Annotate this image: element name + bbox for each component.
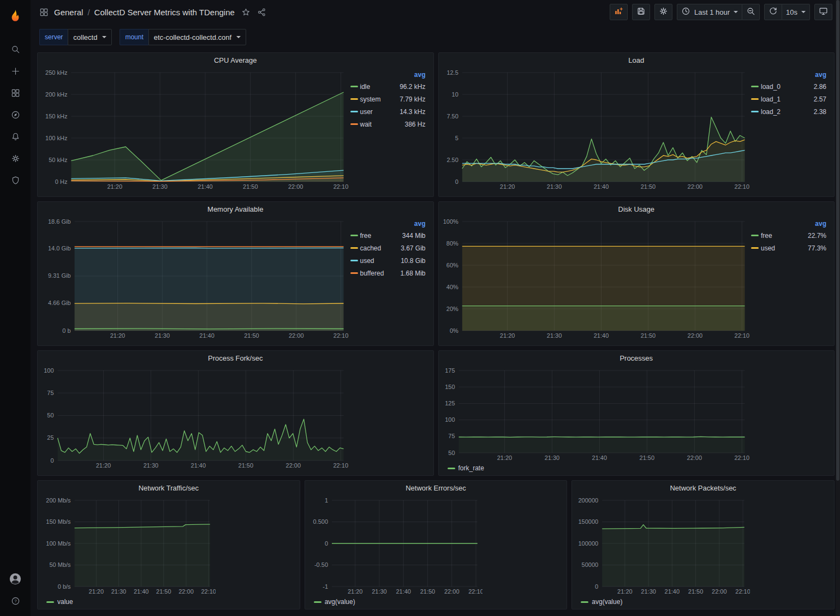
chart[interactable]: 0%20%40%60%80%100%21:2021:3021:4021:5022…: [442, 216, 750, 340]
legend-series-name[interactable]: load_0: [761, 83, 814, 91]
save-dashboard-button[interactable]: [632, 4, 650, 20]
variable-mount-dropdown[interactable]: etc-collectd-collectd.conf: [148, 29, 246, 45]
panel-header[interactable]: Processes: [439, 351, 835, 365]
help-icon[interactable]: ?: [4, 591, 26, 611]
create-plus-icon[interactable]: [4, 61, 26, 81]
scrollbar-thumb[interactable]: [836, 0, 839, 481]
dashboards-icon[interactable]: [4, 83, 26, 103]
svg-text:21:50: 21:50: [243, 183, 258, 190]
variable-mount-value: etc-collectd-collectd.conf: [154, 33, 231, 41]
breadcrumb-section[interactable]: General: [54, 8, 83, 17]
chart[interactable]: 507510012515017521:2021:3021:4021:5022:0…: [442, 365, 750, 463]
legend-series-name: fork_rate: [458, 464, 484, 472]
explore-compass-icon[interactable]: [4, 105, 26, 124]
legend-series-name[interactable]: load_2: [761, 108, 814, 116]
configuration-gear-icon[interactable]: [4, 148, 26, 168]
svg-text:100 Mb/s: 100 Mb/s: [46, 540, 71, 547]
panel-body: 02.5057.501012.521:2021:3021:4021:5022:0…: [439, 67, 835, 193]
legend-series-name[interactable]: wait: [360, 121, 405, 128]
server-admin-shield-icon[interactable]: [4, 170, 26, 190]
tv-mode-button[interactable]: [814, 4, 832, 20]
dashboard-settings-button[interactable]: [654, 4, 672, 20]
zoom-out-button[interactable]: [742, 4, 760, 20]
svg-text:0%: 0%: [449, 327, 458, 334]
star-icon[interactable]: [241, 8, 251, 17]
panel-process-fork-sec: Process Fork/sec 025507510021:2021:3021:…: [37, 350, 434, 476]
legend-swatch: [751, 86, 759, 87]
legend-series-name[interactable]: free: [360, 232, 402, 240]
legend-item-system: system7.79 kHz: [350, 93, 426, 105]
apps-grid-icon[interactable]: [39, 8, 49, 17]
panel-network-traffic-sec: Network Traffic/sec 0 b/s50 Mb/s100 Mb/s…: [37, 480, 300, 609]
svg-text:22:10: 22:10: [736, 588, 750, 595]
legend-series-name[interactable]: used: [360, 257, 401, 265]
alerting-bell-icon[interactable]: [4, 127, 26, 146]
refresh-interval-picker[interactable]: 10s: [782, 4, 810, 20]
legend-swatch: [350, 123, 358, 125]
panel-header[interactable]: Network Traffic/sec: [38, 481, 300, 495]
share-icon[interactable]: [257, 8, 266, 17]
legend-right: [216, 495, 297, 596]
legend-series-name[interactable]: user: [360, 108, 400, 116]
legend-series-name[interactable]: load_1: [761, 95, 814, 103]
panel-body: 05000010000015000020000021:2021:3021:402…: [572, 495, 834, 597]
legend-series-name[interactable]: free: [761, 232, 808, 240]
legend-series-name[interactable]: idle: [360, 83, 400, 91]
panel-header[interactable]: Process Fork/sec: [38, 351, 433, 365]
svg-text:250 kHz: 250 kHz: [45, 69, 67, 76]
legend-series-name[interactable]: used: [761, 244, 808, 252]
chart[interactable]: -1-0.5000.500121:2021:3021:4021:5022:002…: [308, 495, 483, 596]
svg-text:5: 5: [455, 135, 458, 141]
svg-text:22:10: 22:10: [333, 332, 349, 339]
scrollbar[interactable]: [836, 0, 840, 616]
legend-item-avg(value)[interactable]: avg(value): [581, 598, 622, 606]
user-avatar[interactable]: [4, 569, 26, 589]
panel-header[interactable]: Load: [439, 53, 835, 67]
legend-series-name[interactable]: buffered: [360, 270, 401, 277]
chart[interactable]: 0 b4.66 Gib9.31 Gib14.0 Gib18.6 Gib21:20…: [41, 216, 349, 340]
legend-swatch: [581, 601, 588, 603]
legend-swatch: [350, 111, 358, 112]
svg-text:21:20: 21:20: [107, 183, 122, 190]
time-range-picker[interactable]: Last 1 hour: [677, 4, 742, 20]
grafana-logo[interactable]: [4, 4, 26, 29]
chart[interactable]: 0 b/s50 Mb/s100 Mb/s150 Mb/s200 Mb/s21:2…: [41, 495, 216, 596]
variable-server-dropdown[interactable]: collectd: [68, 29, 112, 45]
search-icon[interactable]: [4, 39, 26, 59]
legend-bottom: avg(value): [572, 597, 834, 609]
legend-item-avg(value)[interactable]: avg(value): [314, 598, 355, 606]
add-panel-button[interactable]: [610, 4, 628, 20]
panel-title[interactable]: Process Fork/sec: [208, 354, 263, 362]
refresh-button[interactable]: [764, 4, 782, 20]
panel-header[interactable]: CPU Average: [38, 53, 433, 67]
chart[interactable]: 05000010000015000020000021:2021:3021:402…: [575, 495, 750, 596]
panel-title[interactable]: Memory Available: [207, 205, 263, 213]
chart[interactable]: 02.5057.501012.521:2021:3021:4021:5022:0…: [442, 67, 750, 192]
chart[interactable]: 0 Hz50 kHz100 kHz150 kHz200 kHz250 kHz21…: [41, 67, 349, 192]
svg-text:125: 125: [445, 400, 455, 406]
chart[interactable]: 025507510021:2021:3021:4021:5022:0022:10: [41, 365, 349, 470]
panel-title[interactable]: Disk Usage: [618, 205, 654, 213]
panel-title[interactable]: CPU Average: [214, 56, 257, 64]
panel-title[interactable]: Network Errors/sec: [406, 484, 466, 492]
panel-header[interactable]: Memory Available: [38, 202, 433, 216]
panel-title[interactable]: Network Traffic/sec: [139, 484, 199, 492]
svg-text:21:50: 21:50: [639, 454, 654, 461]
legend-item-fork_rate[interactable]: fork_rate: [448, 464, 484, 472]
panel-header[interactable]: Disk Usage: [439, 202, 835, 216]
svg-text:150: 150: [445, 384, 455, 390]
legend-series-avg: 22.7%: [808, 232, 826, 240]
legend-item-value[interactable]: value: [46, 598, 73, 606]
legend-item-load_1: load_12.57: [751, 93, 826, 105]
panel-body: -1-0.5000.500121:2021:3021:4021:5022:002…: [305, 495, 567, 597]
panel-title[interactable]: Load: [628, 56, 644, 64]
panel-title[interactable]: Network Packets/sec: [670, 484, 736, 492]
legend-series-name[interactable]: cached: [360, 244, 401, 252]
svg-text:100: 100: [44, 367, 53, 374]
legend-series-name[interactable]: system: [360, 95, 400, 103]
legend-swatch: [751, 111, 759, 112]
legend-series-name: value: [57, 598, 73, 606]
panel-header[interactable]: Network Packets/sec: [572, 481, 834, 495]
panel-title[interactable]: Processes: [619, 354, 653, 362]
panel-header[interactable]: Network Errors/sec: [305, 481, 567, 495]
